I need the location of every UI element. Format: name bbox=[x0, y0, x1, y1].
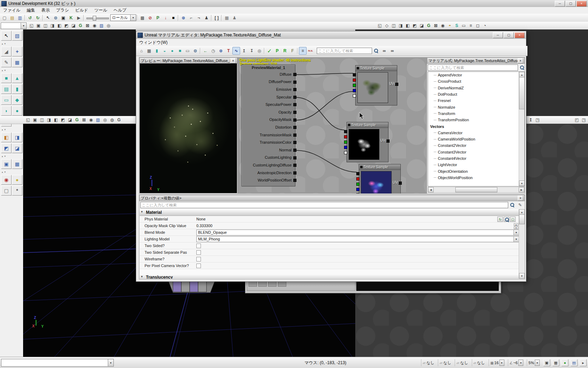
brush-cube[interactable]: ■ bbox=[1, 73, 12, 83]
building-icon[interactable]: ▦ bbox=[223, 14, 231, 22]
status-combo[interactable]: ▼ bbox=[1, 359, 114, 367]
chevron-down-icon[interactable]: ▼ bbox=[535, 360, 540, 366]
scrollbar-thumb[interactable] bbox=[519, 214, 525, 224]
wireframe-checkbox[interactable] bbox=[196, 257, 201, 261]
expression-list-item[interactable]: Constant2Vector bbox=[428, 142, 524, 149]
scroll-down-icon[interactable]: ▼ bbox=[519, 273, 525, 279]
viewport-square-icon[interactable]: ▣ bbox=[35, 22, 42, 29]
close-icon[interactable]: × bbox=[518, 196, 523, 201]
camera-speed-slider[interactable] bbox=[86, 15, 109, 20]
wireframe-mode-icon[interactable]: ◫ bbox=[390, 22, 397, 29]
input-pin[interactable] bbox=[293, 111, 296, 114]
add-special-brush[interactable]: ▦ bbox=[12, 159, 22, 169]
content-browser-icon[interactable]: ▣ bbox=[59, 14, 67, 22]
redo-icon[interactable]: ↻ bbox=[34, 14, 42, 22]
expression-list-item[interactable]: Transform bbox=[428, 110, 524, 117]
expression-list-item[interactable]: Constant4Vector bbox=[428, 155, 524, 162]
expression-list-item[interactable]: Fresnel bbox=[428, 97, 524, 104]
phys-material-value[interactable]: None bbox=[196, 217, 205, 221]
texture-thumbnail-diffuse[interactable] bbox=[357, 72, 388, 103]
show-flags-icon[interactable]: ◉ bbox=[439, 22, 446, 29]
chevron-down-icon[interactable]: ▼ bbox=[21, 23, 26, 29]
unlit-mode-icon[interactable]: ◨ bbox=[397, 22, 404, 29]
chevron-down-icon[interactable]: ▼ bbox=[499, 360, 504, 366]
uvs-pin[interactable] bbox=[399, 182, 402, 185]
expression-list-item[interactable]: Vectors bbox=[428, 123, 524, 129]
input-pin[interactable] bbox=[293, 96, 296, 99]
lit-mode-icon[interactable]: ◧ bbox=[56, 22, 63, 29]
player-start-icon[interactable]: ♟ bbox=[203, 14, 210, 22]
input-pin[interactable] bbox=[293, 171, 296, 175]
node-graph-canvas[interactable]: One pass LightEnv shader: 48 instruction… bbox=[238, 57, 427, 194]
rgb-pin[interactable] bbox=[353, 73, 356, 76]
search-button[interactable] bbox=[519, 64, 526, 71]
camera-speed-icon[interactable]: ◔ bbox=[481, 22, 488, 29]
paint-mode-icon[interactable]: ◓ bbox=[446, 22, 453, 29]
value-spinner[interactable]: ▲▼ bbox=[514, 223, 518, 229]
tool-separator[interactable]: ▴▾ bbox=[1, 128, 23, 131]
light-tool[interactable]: ● bbox=[12, 175, 22, 185]
scroll-up-icon[interactable]: ▲ bbox=[519, 209, 525, 215]
pin-up-icon[interactable]: ↥ bbox=[240, 47, 248, 55]
input-pin[interactable] bbox=[293, 73, 296, 76]
shader-mode-icon[interactable]: ◪ bbox=[70, 22, 77, 29]
widget-toggle-icon[interactable]: ▣ bbox=[543, 359, 550, 366]
chevron-down-icon[interactable]: ▼ bbox=[513, 230, 519, 235]
save-map-icon[interactable]: ▥ bbox=[16, 14, 24, 22]
input-pin[interactable] bbox=[293, 156, 296, 159]
expression-list-item[interactable]: CrossProduct bbox=[428, 78, 524, 84]
texture-thumbnail-mask[interactable] bbox=[349, 129, 379, 160]
scrollbar-thumb[interactable] bbox=[519, 77, 525, 109]
close-button[interactable]: × bbox=[576, 1, 587, 7]
toolbar-separator[interactable] bbox=[200, 48, 201, 54]
matinee-icon[interactable]: ▶ bbox=[75, 14, 83, 22]
tool-separator[interactable]: ▴▾ bbox=[1, 154, 23, 158]
expression-list-item[interactable]: LightVector bbox=[428, 162, 524, 168]
csg-deintersect[interactable]: ◪ bbox=[12, 143, 22, 153]
use-selected-button[interactable]: ↻ bbox=[497, 217, 503, 222]
expression-list-item[interactable]: AppendVector bbox=[428, 72, 524, 78]
alpha-pin[interactable] bbox=[344, 151, 347, 154]
toolbar-separator[interactable] bbox=[221, 15, 222, 21]
dock-right-icon[interactable]: ◳ bbox=[580, 116, 587, 123]
snap-grid-icon[interactable]: ▩ bbox=[139, 14, 146, 22]
status-slot-3[interactable]: ▱ なし bbox=[455, 359, 469, 366]
brush-sphere[interactable]: ● bbox=[12, 106, 22, 116]
scroll-up-icon[interactable]: ▲ bbox=[519, 72, 525, 77]
input-pin[interactable] bbox=[293, 81, 296, 84]
shader-code-icon[interactable]: RLSL bbox=[307, 47, 314, 55]
expression-list-item[interactable]: ObjectOrientation bbox=[428, 168, 524, 174]
dock-left-icon[interactable]: ◰ bbox=[573, 116, 580, 123]
lighting-model-dropdown[interactable]: MLM_Phong ▼ bbox=[196, 236, 519, 242]
joint-left-icon[interactable]: ⌐ bbox=[187, 14, 195, 22]
disable-snap-icon[interactable]: ⊘ bbox=[146, 14, 154, 22]
green-pin[interactable] bbox=[353, 84, 356, 87]
flatten-f-icon[interactable]: F bbox=[289, 47, 296, 55]
toggle-connectors-icon[interactable]: ∿ bbox=[232, 47, 240, 55]
unreal-g-icon[interactable]: G bbox=[115, 116, 122, 123]
scale-snap-control[interactable]: 5% ▼ bbox=[527, 359, 541, 366]
squint-mode-icon[interactable]: S bbox=[453, 22, 460, 29]
vertical-scrollbar[interactable]: ▲ ▼ bbox=[519, 209, 524, 279]
region-select-icon[interactable]: ▭ bbox=[460, 22, 467, 29]
chevron-down-icon[interactable]: ▼ bbox=[108, 359, 113, 366]
brush-diamond[interactable]: ◆ bbox=[12, 95, 22, 105]
chevron-down-icon[interactable]: ▼ bbox=[513, 237, 519, 242]
undo-icon[interactable]: ↺ bbox=[26, 14, 34, 22]
stats-text-icon[interactable]: ≡ bbox=[299, 47, 307, 55]
brush-cylinder[interactable]: ▮ bbox=[12, 84, 22, 94]
brush-sheet[interactable]: ▭ bbox=[1, 95, 12, 105]
snap-toggle-icon[interactable]: ▦ bbox=[552, 359, 559, 366]
texture-paint-tool[interactable]: ✎ bbox=[1, 57, 12, 67]
chevron-down-icon[interactable]: ▼ bbox=[518, 360, 523, 366]
menu-item[interactable]: 編集 bbox=[23, 7, 38, 14]
search-button[interactable] bbox=[509, 202, 516, 209]
tool-separator[interactable]: ▴▾ bbox=[1, 68, 23, 72]
expression-list-item[interactable]: ObjectWorldPosition bbox=[428, 175, 524, 181]
csg-intersect[interactable]: ◩ bbox=[1, 143, 12, 153]
new-map-icon[interactable]: ▢ bbox=[1, 14, 8, 22]
section-header-translucency[interactable]: Translucency bbox=[140, 274, 519, 279]
material-preview-canvas[interactable]: X Y Z bbox=[140, 63, 237, 193]
input-pin[interactable] bbox=[293, 103, 296, 106]
menu-item[interactable]: 表示 bbox=[38, 7, 53, 14]
